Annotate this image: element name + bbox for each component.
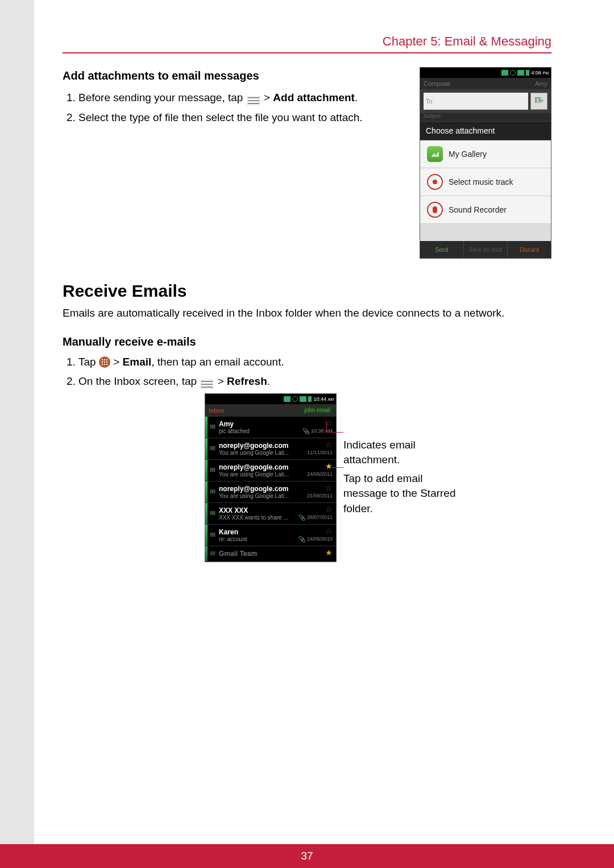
star-icon[interactable]: ☆ <box>325 484 333 492</box>
manually-receive-subheading: Manually receive e-mails <box>63 335 551 348</box>
sync-icon-2 <box>292 396 298 402</box>
email-date: 24/09/2010 <box>307 536 333 542</box>
star-icon[interactable]: ☆ <box>325 441 333 448</box>
envelope-icon: ✉ <box>208 481 218 502</box>
phone-compose-screenshot: 4:06 PM Compose Amy To Subject Choose at… <box>420 67 551 259</box>
to-input[interactable]: To <box>424 93 528 110</box>
inbox-account[interactable]: john email <box>302 406 333 414</box>
email-meta: 21/09/2011 <box>307 493 333 499</box>
email-meta: 11/11/2011 <box>307 450 333 455</box>
inbox-label: Inbox <box>209 407 224 414</box>
signal-icon-2 <box>284 396 291 402</box>
gallery-icon <box>427 146 443 162</box>
svg-rect-8 <box>201 381 213 382</box>
m2a: On the Inbox screen, tap <box>78 375 200 387</box>
page-footer: 37 <box>0 844 614 868</box>
email-row[interactable]: ✉noreply@google.comYou are using Google … <box>205 460 336 481</box>
phone-inbox-screenshot: 10:44 AM Inbox john email ✉Amypic attach… <box>205 393 337 562</box>
gallery-label: My Gallery <box>449 149 487 159</box>
section-add-attachments-title: Add attachments to email messages <box>63 67 408 84</box>
email-row[interactable]: ✉XXX XXXXXX XXX wants to share ...☆📎28/0… <box>205 503 336 525</box>
email-meta: 📎10:38 AM <box>302 428 333 434</box>
email-row[interactable]: ✉Gmail Team★ <box>205 546 336 562</box>
m1d: , then tap an email account. <box>151 356 284 368</box>
music-icon <box>427 174 443 190</box>
attachment-option-music[interactable]: Select music track <box>420 168 551 196</box>
email-row[interactable]: ✉noreply@google.comYou are using Google … <box>205 481 336 503</box>
m2d: . <box>267 375 270 387</box>
attachment-clip-icon: 📎 <box>302 428 309 434</box>
step-1-gt: > <box>264 92 273 103</box>
email-sender: XXX XXX <box>219 506 295 514</box>
svg-rect-0 <box>248 97 259 98</box>
step-1-period: . <box>355 92 358 103</box>
email-meta: 24/09/2011 <box>307 471 333 477</box>
status-bar: 4:06 PM <box>420 68 551 78</box>
m1c: Email <box>123 356 152 368</box>
envelope-icon: ✉ <box>208 546 218 561</box>
email-row[interactable]: ✉Karenre: account☆📎24/09/2010 <box>205 525 336 546</box>
star-icon[interactable]: ★ <box>325 549 333 556</box>
m1a: Tap <box>78 356 99 368</box>
add-contact-button[interactable] <box>530 93 547 110</box>
svg-rect-2 <box>248 103 259 104</box>
step-1-text-a: Before sending your message, tap <box>78 92 246 103</box>
email-meta: 📎28/07/2011 <box>298 514 333 521</box>
battery-icon-2 <box>308 396 312 402</box>
m2b: > <box>218 375 227 387</box>
status-time-2: 10:44 AM <box>313 396 334 402</box>
envelope-icon: ✉ <box>208 417 218 438</box>
svg-point-5 <box>537 98 539 101</box>
manual-step-1: Tap > Email, then tap an email account. <box>78 354 551 371</box>
step-2: Select the type of file then select the … <box>78 110 408 126</box>
menu-icon <box>247 94 260 103</box>
compose-account: Amy <box>535 80 547 87</box>
svg-rect-7 <box>542 99 543 102</box>
chapter-header: Chapter 5: Email & Messaging <box>63 34 551 53</box>
to-field-row: To <box>420 89 551 113</box>
wifi-icon <box>517 70 524 76</box>
email-sender: Amy <box>219 420 299 428</box>
annotations: Indicates email attachment. Tap to add e… <box>343 393 457 517</box>
sync-icon <box>510 70 516 76</box>
email-date: 28/07/2011 <box>307 514 333 520</box>
step-1: Before sending your message, tap > Add a… <box>78 90 408 106</box>
email-subject: You are using Google Lati... <box>219 493 304 499</box>
email-subject: pic attached <box>219 428 299 434</box>
email-subject: You are using Google Lati... <box>219 450 304 456</box>
email-row[interactable]: ✉Amypic attached☆📎10:38 AM <box>205 417 336 438</box>
annotation-star: Tap to add email message to the Starred … <box>343 471 457 517</box>
page-number: 37 <box>301 850 313 862</box>
wifi-icon-2 <box>300 396 306 402</box>
music-label: Select music track <box>449 177 513 186</box>
page-edge-shadow <box>0 0 34 844</box>
svg-rect-1 <box>248 100 259 101</box>
email-row[interactable]: ✉noreply@google.comYou are using Google … <box>205 438 336 460</box>
recorder-label: Sound Recorder <box>449 205 507 214</box>
email-sender: Gmail Team <box>219 550 322 558</box>
star-icon[interactable]: ★ <box>325 462 333 470</box>
step-1-bold: Add attachment <box>273 92 355 103</box>
recorder-icon <box>427 202 443 218</box>
discard-button[interactable]: Discard <box>508 241 551 258</box>
svg-rect-10 <box>201 387 213 388</box>
inbox-header: Inbox john email <box>205 404 336 417</box>
save-draft-button[interactable]: Save as draft <box>464 241 508 258</box>
status-bar-2: 10:44 AM <box>205 394 336 404</box>
compose-action-bar: Send Save as draft Discard <box>420 241 551 258</box>
inbox-list: ✉Amypic attached☆📎10:38 AM✉noreply@googl… <box>205 417 336 562</box>
choose-attachment-header: Choose attachment <box>420 121 551 140</box>
attachment-clip-icon: 📎 <box>298 514 305 521</box>
star-icon[interactable]: ☆ <box>325 527 333 535</box>
envelope-icon: ✉ <box>208 525 218 546</box>
dialog-gap <box>420 224 551 241</box>
svg-rect-9 <box>201 384 213 385</box>
send-button[interactable]: Send <box>420 241 464 258</box>
star-icon[interactable]: ☆ <box>325 505 333 513</box>
attachment-option-gallery[interactable]: My Gallery <box>420 140 551 168</box>
compose-label: Compose <box>424 80 450 87</box>
manual-step-2: On the Inbox screen, tap > Refresh. <box>78 373 551 390</box>
email-subject: You are using Google Lati... <box>219 471 304 477</box>
email-sender: Karen <box>219 528 295 536</box>
attachment-option-recorder[interactable]: Sound Recorder <box>420 196 551 224</box>
